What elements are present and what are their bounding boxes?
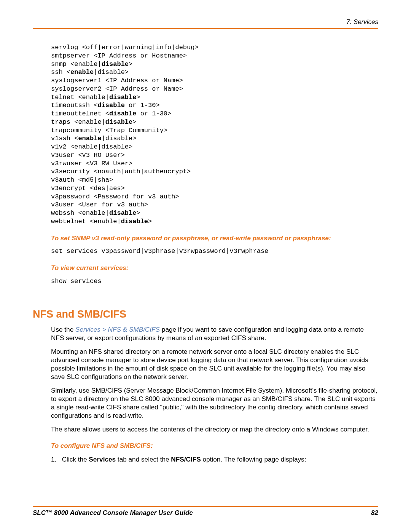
- subheading-snmp: To set SNMP v3 read-only password or pas…: [51, 234, 378, 243]
- page-footer: SLC™ 8000 Advanced Console Manager User …: [33, 506, 378, 517]
- paragraph-3: Similarly, use SMB/CIFS (Server Message …: [51, 386, 378, 420]
- subheading-configure: To configure NFS and SMB/CIFS:: [51, 442, 378, 450]
- command-show: show services: [51, 277, 378, 286]
- paragraph-2: Mounting an NFS shared directory on a re…: [51, 347, 378, 381]
- page-header: 7: Services: [33, 18, 378, 29]
- command-snmp-set: set services v3password|v3phrase|v3rwpas…: [51, 247, 378, 256]
- footer-title: SLC™ 8000 Advanced Console Manager User …: [33, 509, 193, 517]
- subheading-view: To view current services:: [51, 264, 378, 272]
- nfs-cifs-link[interactable]: Services > NFS & SMB/CIFS: [75, 326, 160, 333]
- footer-page-number: 82: [371, 509, 378, 517]
- chapter-label: 7: Services: [346, 18, 378, 26]
- step-1: 1. Click the Services tab and select the…: [51, 455, 378, 463]
- paragraph-4: The share allows users to access the con…: [51, 425, 378, 433]
- page: 7: Services servlog <off|error|warning|i…: [0, 0, 411, 532]
- section-title: NFS and SMB/CIFS: [33, 308, 378, 321]
- paragraph-1: Use the Services > NFS & SMB/CIFS page i…: [51, 325, 378, 342]
- content-area: servlog <off|error|warning|info|debug> s…: [33, 29, 378, 463]
- command-block: servlog <off|error|warning|info|debug> s…: [51, 43, 378, 226]
